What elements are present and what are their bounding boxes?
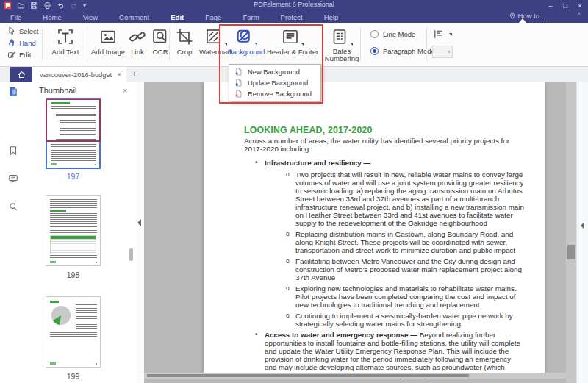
horizontal-scrollbar[interactable] (144, 373, 566, 379)
menu-item-label: Update Background (248, 79, 308, 87)
hand-tool-button[interactable]: Hand (7, 38, 36, 47)
dropdown-caret-icon (447, 51, 450, 54)
link-button[interactable]: Link (126, 28, 148, 56)
thumbnail-viewport-indicator[interactable] (46, 99, 101, 142)
how-to-button[interactable]: How to... (509, 12, 546, 20)
crop-button[interactable]: Crop (172, 28, 197, 56)
document-view-area: LOOKING AHEAD, 2017-2020 Across a number… (144, 82, 566, 383)
pie-chart-thumbnail (49, 304, 73, 327)
menu-help[interactable]: Help (324, 13, 339, 21)
ocr-label: OCR (152, 48, 168, 56)
edit-tool-button[interactable]: Edit (7, 50, 31, 59)
menu-edit[interactable]: Edit (171, 13, 184, 21)
sub-bullet: Facilitating between Metro Vancouver and… (285, 257, 524, 282)
header-footer-button[interactable]: Header & Footer (268, 28, 318, 56)
add-text-label: Add Text (52, 48, 79, 56)
sub-bullet: Replacing distribution mains in Gastown,… (285, 230, 524, 254)
thumbnail-panel-close-icon[interactable]: × (123, 87, 127, 95)
vertical-scrollbar[interactable] (566, 82, 576, 383)
page-update-icon (234, 79, 243, 87)
menu-item-label: New Background (248, 68, 300, 76)
home-tab-button[interactable] (10, 67, 32, 82)
line-mode-label: Line Mode (383, 30, 415, 38)
crop-icon (176, 28, 193, 46)
menu-page[interactable]: Page (205, 13, 221, 21)
select-cursor-icon (7, 26, 16, 35)
collapse-ribbon-icon[interactable]: ^ (578, 12, 581, 19)
tab-title: vancouver-2016-budget (40, 71, 114, 79)
window-title: PDFelement 6 Professional (0, 1, 588, 8)
background-button[interactable]: Background (225, 28, 268, 56)
page-plus-icon (234, 68, 243, 76)
page-number-label: 198 (46, 271, 101, 279)
dropdown-caret-icon (301, 43, 304, 46)
dropdown-caret-icon (350, 43, 353, 46)
line-mode-radio[interactable]: Line Mode (370, 30, 415, 38)
pin-icon (509, 12, 516, 20)
pdf-page[interactable]: LOOKING AHEAD, 2017-2020 Across a number… (204, 82, 545, 373)
thumbnail-panel-icon[interactable] (7, 85, 20, 99)
select-label: Select (19, 27, 38, 35)
bates-numbering-label: BatesNumbering (325, 48, 359, 62)
maximize-button[interactable]: □ (560, 2, 570, 10)
menu-item-label: Remove Background (248, 90, 312, 98)
expand-right-panel-arrow-icon[interactable] (581, 223, 584, 229)
select-tool-button[interactable]: Select (7, 26, 38, 35)
panel-splitter[interactable] (136, 82, 144, 383)
collapse-panel-arrow-icon[interactable] (137, 219, 141, 226)
menu-home[interactable]: Home (43, 13, 61, 21)
dropdown-caret-icon (449, 33, 452, 36)
thumbnail-page-198[interactable] (46, 195, 101, 266)
thumbnail-panel: Thumbnail × 197 (26, 82, 136, 383)
add-image-button[interactable]: Add Image (90, 28, 126, 56)
page-number-label: 197 (46, 172, 101, 181)
paragraph-mode-radio[interactable]: Paragraph Mode (370, 47, 435, 55)
pdf-page-content: LOOKING AHEAD, 2017-2020 Across a number… (204, 82, 545, 379)
new-tab-icon[interactable]: + (132, 68, 137, 79)
bookmark-icon (8, 146, 18, 156)
menu-item-remove-background[interactable]: Remove Background (229, 88, 320, 99)
thumbnail-page-199[interactable] (46, 296, 101, 368)
edit-ribbon-toolbar: Select Hand Edit Add Text Add Image Link… (0, 23, 588, 67)
menu-item-new-background[interactable]: New Background (229, 66, 320, 77)
disabled-style-dropdown (432, 46, 453, 58)
background-dropdown-menu: New Background Update Background Remove … (229, 64, 321, 101)
main-content: Thumbnail × 197 (0, 82, 588, 383)
menu-comment[interactable]: Comment (119, 13, 149, 21)
radio-selected-icon (370, 47, 379, 55)
search-panel-icon[interactable] (7, 200, 20, 213)
navigation-icon-strip (0, 82, 26, 383)
paragraph-direction-icon (433, 29, 444, 40)
document-tab[interactable]: vancouver-2016-budget × (32, 67, 126, 82)
horizontal-scrollbar-thumb[interactable] (147, 374, 469, 377)
add-text-button[interactable]: Add Text (47, 28, 84, 56)
bookmark-panel-icon[interactable] (7, 144, 20, 157)
background-icon (235, 28, 253, 46)
close-button[interactable]: × (575, 2, 585, 10)
menu-form[interactable]: Form (243, 13, 259, 21)
bullet-infrastructure: Infrastructure and resiliency — (255, 159, 524, 167)
thumbnail-panel-title: Thumbnail (39, 86, 123, 95)
radio-unselected-icon (370, 30, 379, 38)
watermark-icon (205, 28, 223, 46)
paragraph-mode-label: Paragraph Mode (383, 47, 435, 55)
comment-panel-icon[interactable] (7, 172, 20, 185)
menu-view[interactable]: View (83, 13, 98, 21)
menu-file[interactable]: File (10, 13, 21, 21)
tab-close-icon[interactable]: × (117, 71, 121, 79)
sub-bullet: Exploring new technologies and materials… (285, 284, 524, 309)
header-footer-icon (282, 28, 299, 46)
link-icon (129, 28, 146, 46)
vertical-scrollbar-thumb[interactable] (567, 245, 575, 259)
hand-label: Hand (19, 39, 36, 47)
page-remove-icon (234, 90, 243, 98)
menu-item-update-background[interactable]: Update Background (229, 77, 320, 88)
page-number-label: 199 (46, 372, 101, 381)
edit-label: Edit (19, 51, 31, 59)
text-direction-button[interactable] (433, 29, 452, 40)
add-image-label: Add Image (91, 48, 125, 56)
menu-protect[interactable]: Protect (281, 13, 303, 21)
bates-numbering-button[interactable]: BatesNumbering (322, 28, 362, 62)
minimize-button[interactable]: – (545, 2, 556, 10)
panel-scrollbar-thumb[interactable] (129, 248, 133, 261)
